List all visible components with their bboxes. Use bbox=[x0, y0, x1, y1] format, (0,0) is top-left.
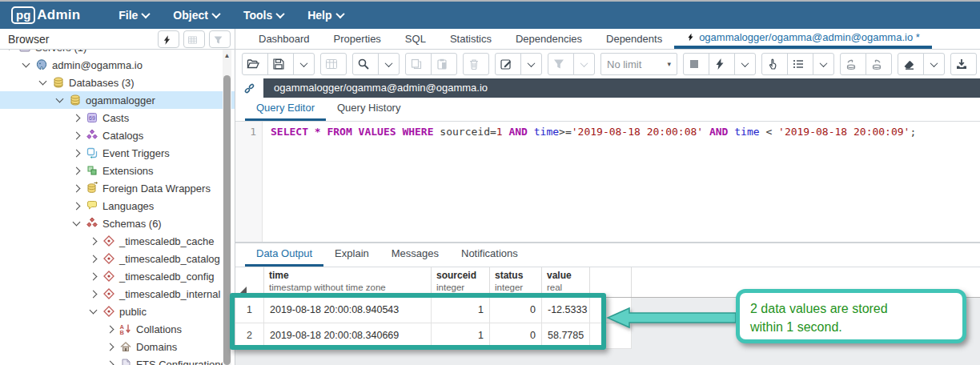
expand-caret-icon[interactable] bbox=[73, 202, 81, 210]
cell-sourceid[interactable]: 1 bbox=[432, 323, 490, 349]
tab-properties[interactable]: Properties bbox=[322, 29, 393, 49]
cancel-query-button[interactable] bbox=[683, 53, 709, 75]
table-row[interactable]: 12019-08-18 20:00:08.94054310-12.5333 bbox=[235, 298, 632, 323]
expand-caret-icon[interactable] bbox=[73, 149, 81, 157]
menu-object[interactable]: Object bbox=[173, 9, 219, 22]
tree-item-ogammalogger[interactable]: ogammalogger bbox=[0, 91, 235, 109]
tab-sql[interactable]: SQL bbox=[393, 29, 438, 49]
edit-button[interactable] bbox=[495, 53, 521, 75]
explain-analyze-button[interactable] bbox=[787, 53, 813, 75]
column-header-sourceid[interactable]: sourceidinteger bbox=[432, 267, 490, 297]
expand-caret-icon[interactable] bbox=[73, 166, 81, 174]
tree-item-domains[interactable]: Domains bbox=[0, 338, 235, 355]
execute-options-caret[interactable] bbox=[734, 53, 756, 75]
filter-options-caret[interactable] bbox=[573, 53, 595, 75]
tree-item-public[interactable]: public bbox=[0, 303, 235, 320]
cell-value[interactable]: -12.5333 bbox=[542, 298, 590, 323]
paste-button[interactable] bbox=[431, 53, 457, 75]
clear-button[interactable] bbox=[898, 53, 924, 75]
tab-query-editor[interactable]: Query Editor bbox=[245, 98, 326, 121]
tree-item-databases-3[interactable]: Databases (3) bbox=[0, 74, 235, 91]
commit-button[interactable] bbox=[840, 53, 866, 75]
filter-button[interactable] bbox=[548, 53, 574, 75]
column-header-time[interactable]: timetimestamp without time zone bbox=[264, 267, 432, 297]
tree-item-admin-ogamma-io[interactable]: admin@ogamma.io bbox=[0, 56, 235, 74]
collapse-caret-icon[interactable] bbox=[56, 95, 64, 103]
query-tool-button[interactable] bbox=[158, 30, 179, 48]
tree-item-event-triggers[interactable]: Event Triggers bbox=[0, 144, 235, 162]
tree-item-fts-configurations[interactable]: FTS Configurations bbox=[0, 355, 235, 365]
row-number-cell[interactable]: 1 bbox=[235, 298, 264, 323]
menu-file[interactable]: File bbox=[118, 9, 149, 22]
expand-caret-icon[interactable] bbox=[73, 114, 81, 122]
expand-caret-icon[interactable] bbox=[106, 325, 114, 333]
menu-help[interactable]: Help bbox=[307, 9, 343, 22]
expand-caret-icon[interactable] bbox=[73, 131, 81, 139]
collapse-caret-icon[interactable] bbox=[90, 307, 98, 315]
tab-dependents[interactable]: Dependents bbox=[594, 29, 674, 49]
cell-status[interactable]: 0 bbox=[490, 323, 542, 349]
column-header-status[interactable]: statusinteger bbox=[490, 267, 542, 297]
tab-messages[interactable]: Messages bbox=[380, 243, 450, 267]
tree-item-servers-1[interactable]: Servers (1) bbox=[0, 50, 235, 56]
filtered-rows-button[interactable] bbox=[209, 30, 231, 48]
row-limit-select[interactable]: No limit▾ bbox=[600, 53, 677, 75]
save-data-changes-button[interactable] bbox=[320, 53, 347, 75]
expand-caret-icon[interactable] bbox=[90, 255, 98, 263]
tree-item-catalogs[interactable]: Catalogs bbox=[0, 126, 235, 144]
tab-dashboard[interactable]: Dashboard bbox=[247, 29, 322, 49]
tree-scrollbar[interactable]: ▲ bbox=[223, 50, 231, 365]
save-file-button[interactable] bbox=[267, 53, 294, 75]
menu-tools[interactable]: Tools bbox=[243, 9, 283, 22]
tab-data-output[interactable]: Data Output bbox=[245, 243, 323, 267]
row-number-cell[interactable]: 2 bbox=[235, 323, 264, 349]
tree-item-casts[interactable]: 69Casts bbox=[0, 109, 235, 126]
edit-options-caret[interactable] bbox=[520, 53, 542, 75]
tree-item-languages[interactable]: Languages bbox=[0, 197, 235, 215]
copy-button[interactable] bbox=[405, 53, 432, 75]
collapse-caret-icon[interactable] bbox=[73, 219, 81, 227]
open-file-button[interactable] bbox=[242, 53, 268, 75]
cell-sourceid[interactable]: 1 bbox=[432, 298, 490, 323]
find-options-caret[interactable] bbox=[378, 53, 400, 75]
cell-status[interactable]: 0 bbox=[490, 298, 542, 323]
tree-item-collations[interactable]: ABCollations bbox=[0, 320, 235, 338]
cell-time[interactable]: 2019-08-18 20:00:08.340669 bbox=[264, 323, 432, 349]
cell-time[interactable]: 2019-08-18 20:00:08.940543 bbox=[264, 298, 432, 323]
sql-code-line[interactable]: SELECT * FROM VALUES WHERE sourceid=1 AN… bbox=[263, 122, 916, 242]
expand-caret-icon[interactable] bbox=[106, 343, 114, 351]
expand-caret-icon[interactable] bbox=[90, 237, 98, 245]
tree-item-timescaledb-cache[interactable]: _timescaledb_cache bbox=[0, 232, 235, 250]
expand-caret-icon[interactable] bbox=[73, 184, 81, 192]
delete-button[interactable] bbox=[463, 53, 489, 75]
expand-caret-icon[interactable] bbox=[90, 272, 98, 280]
tab-notifications[interactable]: Notifications bbox=[450, 243, 529, 267]
tree-item-timescaledb-internal[interactable]: _timescaledb_internal bbox=[0, 285, 235, 303]
expand-caret-icon[interactable] bbox=[106, 360, 114, 365]
sql-editor[interactable]: 1 SELECT * FROM VALUES WHERE sourceid=1 … bbox=[235, 122, 980, 242]
column-header-value[interactable]: valuereal bbox=[542, 267, 590, 297]
tree-item-timescaledb-config[interactable]: _timescaledb_config bbox=[0, 267, 235, 285]
collapse-caret-icon[interactable] bbox=[39, 78, 47, 86]
select-all-icon[interactable] bbox=[239, 287, 247, 294]
explain-options-caret[interactable] bbox=[813, 53, 834, 75]
tab-query-history[interactable]: Query History bbox=[326, 98, 412, 121]
view-data-button[interactable] bbox=[183, 30, 205, 48]
scrollbar-thumb[interactable] bbox=[223, 75, 231, 365]
clear-options-caret[interactable] bbox=[923, 53, 945, 75]
scrollbar-up-icon[interactable]: ▲ bbox=[223, 50, 231, 61]
tree-item-schemas-6[interactable]: Schemas (6) bbox=[0, 215, 235, 232]
collapse-caret-icon[interactable] bbox=[22, 60, 30, 68]
cell-value[interactable]: 58.7785 bbox=[542, 323, 590, 349]
rollback-button[interactable] bbox=[866, 53, 892, 75]
find-button[interactable] bbox=[352, 53, 379, 75]
explain-button[interactable] bbox=[761, 53, 788, 75]
tab-ogammalogger-ogamma-admin-ogamma-io[interactable]: ogammalogger/ogamma@admin@ogamma.io * bbox=[674, 29, 932, 49]
expand-caret-icon[interactable] bbox=[90, 290, 98, 298]
download-csv-button[interactable] bbox=[950, 53, 977, 75]
execute-query-button[interactable] bbox=[709, 53, 735, 75]
tree-item-extensions[interactable]: Extensions bbox=[0, 162, 235, 179]
table-row[interactable]: 22019-08-18 20:00:08.3406691058.7785 bbox=[235, 323, 632, 349]
tree-item-timescaledb-catalog[interactable]: _timescaledb_catalog bbox=[0, 250, 235, 267]
tree-item-foreign-data-wrappers[interactable]: Foreign Data Wrappers bbox=[0, 179, 235, 197]
